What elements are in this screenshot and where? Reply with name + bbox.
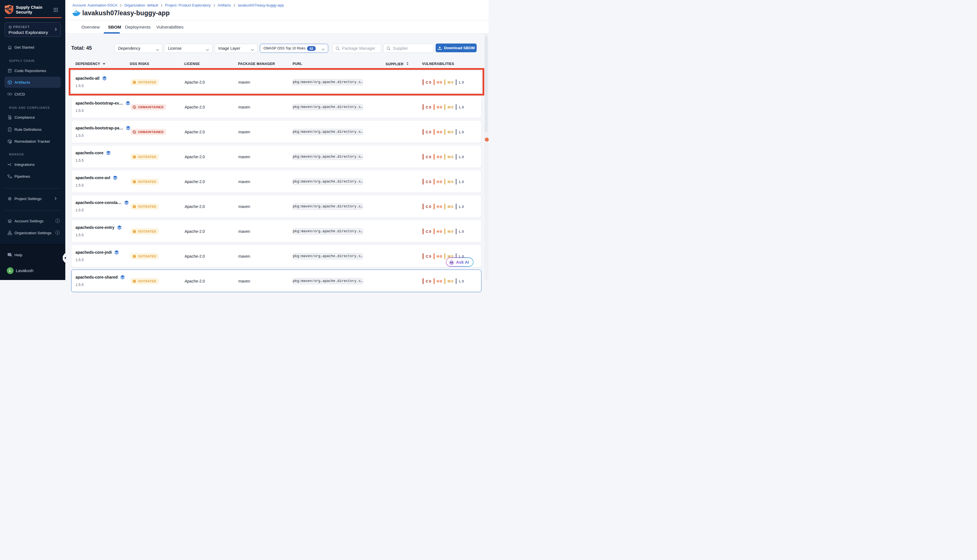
svg-text:?: ? [9, 253, 10, 255]
